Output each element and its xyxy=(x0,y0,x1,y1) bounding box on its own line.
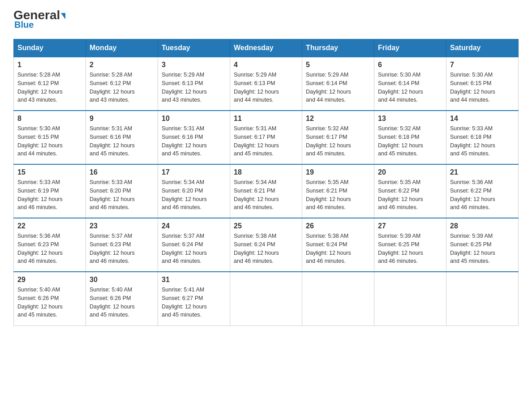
calendar-week-1: 1 Sunrise: 5:28 AMSunset: 6:12 PMDayligh… xyxy=(14,57,519,111)
calendar-week-3: 15 Sunrise: 5:33 AMSunset: 6:19 PMDaylig… xyxy=(14,164,519,218)
day-number: 6 xyxy=(378,61,442,69)
calendar-cell: 13 Sunrise: 5:32 AMSunset: 6:18 PMDaylig… xyxy=(374,111,446,164)
day-number: 22 xyxy=(17,222,82,230)
day-number: 27 xyxy=(378,222,442,230)
day-info: Sunrise: 5:35 AMSunset: 6:22 PMDaylight:… xyxy=(378,179,423,210)
day-number: 21 xyxy=(450,168,515,176)
calendar-cell: 3 Sunrise: 5:29 AMSunset: 6:13 PMDayligh… xyxy=(158,57,230,111)
day-info: Sunrise: 5:37 AMSunset: 6:24 PMDaylight:… xyxy=(162,233,207,264)
day-number: 24 xyxy=(162,222,226,230)
day-number: 10 xyxy=(162,115,226,123)
calendar-cell xyxy=(374,272,446,325)
day-info: Sunrise: 5:32 AMSunset: 6:17 PMDaylight:… xyxy=(306,125,351,157)
day-number: 19 xyxy=(306,168,370,176)
day-info: Sunrise: 5:33 AMSunset: 6:18 PMDaylight:… xyxy=(450,125,495,157)
calendar-cell: 1 Sunrise: 5:28 AMSunset: 6:12 PMDayligh… xyxy=(14,57,86,111)
page-header: General Blue xyxy=(13,9,519,30)
calendar-cell: 9 Sunrise: 5:31 AMSunset: 6:16 PMDayligh… xyxy=(86,111,158,164)
day-info: Sunrise: 5:33 AMSunset: 6:20 PMDaylight:… xyxy=(90,179,135,210)
day-number: 15 xyxy=(17,168,82,176)
day-info: Sunrise: 5:31 AMSunset: 6:16 PMDaylight:… xyxy=(162,125,207,157)
calendar-cell: 26 Sunrise: 5:38 AMSunset: 6:24 PMDaylig… xyxy=(302,218,374,272)
calendar-cell: 10 Sunrise: 5:31 AMSunset: 6:16 PMDaylig… xyxy=(158,111,230,164)
day-number: 3 xyxy=(162,61,226,69)
calendar-table: SundayMondayTuesdayWednesdayThursdayFrid… xyxy=(13,39,519,326)
day-header-saturday: Saturday xyxy=(446,39,519,57)
day-number: 5 xyxy=(306,61,370,69)
day-info: Sunrise: 5:40 AMSunset: 6:26 PMDaylight:… xyxy=(90,287,135,318)
day-info: Sunrise: 5:31 AMSunset: 6:16 PMDaylight:… xyxy=(90,125,135,157)
calendar-cell: 2 Sunrise: 5:28 AMSunset: 6:12 PMDayligh… xyxy=(86,57,158,111)
calendar-cell: 4 Sunrise: 5:29 AMSunset: 6:13 PMDayligh… xyxy=(230,57,302,111)
calendar-cell: 25 Sunrise: 5:38 AMSunset: 6:24 PMDaylig… xyxy=(230,218,302,272)
calendar-cell: 27 Sunrise: 5:39 AMSunset: 6:25 PMDaylig… xyxy=(374,218,446,272)
calendar-cell: 22 Sunrise: 5:36 AMSunset: 6:23 PMDaylig… xyxy=(14,218,86,272)
day-info: Sunrise: 5:37 AMSunset: 6:23 PMDaylight:… xyxy=(90,233,135,264)
day-number: 7 xyxy=(450,61,515,69)
day-header-thursday: Thursday xyxy=(302,39,374,57)
calendar-cell: 31 Sunrise: 5:41 AMSunset: 6:27 PMDaylig… xyxy=(158,272,230,325)
calendar-cell: 8 Sunrise: 5:30 AMSunset: 6:15 PMDayligh… xyxy=(14,111,86,164)
calendar-cell: 14 Sunrise: 5:33 AMSunset: 6:18 PMDaylig… xyxy=(446,111,519,164)
day-info: Sunrise: 5:32 AMSunset: 6:18 PMDaylight:… xyxy=(378,125,423,157)
day-info: Sunrise: 5:33 AMSunset: 6:19 PMDaylight:… xyxy=(17,179,63,210)
days-of-week-row: SundayMondayTuesdayWednesdayThursdayFrid… xyxy=(14,39,519,57)
day-header-wednesday: Wednesday xyxy=(230,39,302,57)
calendar-cell: 16 Sunrise: 5:33 AMSunset: 6:20 PMDaylig… xyxy=(86,164,158,218)
day-number: 29 xyxy=(17,276,82,284)
calendar-cell: 24 Sunrise: 5:37 AMSunset: 6:24 PMDaylig… xyxy=(158,218,230,272)
day-number: 12 xyxy=(306,115,370,123)
calendar-week-2: 8 Sunrise: 5:30 AMSunset: 6:15 PMDayligh… xyxy=(14,111,519,164)
calendar-cell: 5 Sunrise: 5:29 AMSunset: 6:14 PMDayligh… xyxy=(302,57,374,111)
day-number: 9 xyxy=(90,115,154,123)
day-info: Sunrise: 5:31 AMSunset: 6:17 PMDaylight:… xyxy=(234,125,279,157)
day-info: Sunrise: 5:39 AMSunset: 6:25 PMDaylight:… xyxy=(450,233,495,264)
calendar-cell xyxy=(446,272,519,325)
day-number: 20 xyxy=(378,168,442,176)
day-number: 11 xyxy=(234,115,298,123)
logo: General Blue xyxy=(13,9,65,30)
day-number: 18 xyxy=(234,168,298,176)
calendar-cell: 7 Sunrise: 5:30 AMSunset: 6:15 PMDayligh… xyxy=(446,57,519,111)
day-header-sunday: Sunday xyxy=(14,39,86,57)
calendar-week-4: 22 Sunrise: 5:36 AMSunset: 6:23 PMDaylig… xyxy=(14,218,519,272)
day-number: 28 xyxy=(450,222,515,230)
calendar-cell xyxy=(230,272,302,325)
day-number: 30 xyxy=(90,276,154,284)
calendar-cell: 23 Sunrise: 5:37 AMSunset: 6:23 PMDaylig… xyxy=(86,218,158,272)
day-info: Sunrise: 5:28 AMSunset: 6:12 PMDaylight:… xyxy=(90,72,135,103)
day-info: Sunrise: 5:34 AMSunset: 6:20 PMDaylight:… xyxy=(162,179,207,210)
day-info: Sunrise: 5:29 AMSunset: 6:13 PMDaylight:… xyxy=(234,72,279,103)
day-number: 31 xyxy=(162,276,226,284)
day-info: Sunrise: 5:38 AMSunset: 6:24 PMDaylight:… xyxy=(234,233,279,264)
day-number: 25 xyxy=(234,222,298,230)
day-number: 4 xyxy=(234,61,298,69)
calendar-cell: 21 Sunrise: 5:36 AMSunset: 6:22 PMDaylig… xyxy=(446,164,519,218)
day-info: Sunrise: 5:34 AMSunset: 6:21 PMDaylight:… xyxy=(234,179,279,210)
day-number: 23 xyxy=(90,222,154,230)
calendar-week-5: 29 Sunrise: 5:40 AMSunset: 6:26 PMDaylig… xyxy=(14,272,519,325)
day-number: 2 xyxy=(90,61,154,69)
day-info: Sunrise: 5:39 AMSunset: 6:25 PMDaylight:… xyxy=(378,233,423,264)
day-info: Sunrise: 5:30 AMSunset: 6:14 PMDaylight:… xyxy=(378,72,423,103)
day-header-tuesday: Tuesday xyxy=(158,39,230,57)
calendar-cell: 11 Sunrise: 5:31 AMSunset: 6:17 PMDaylig… xyxy=(230,111,302,164)
day-number: 14 xyxy=(450,115,515,123)
calendar-header: SundayMondayTuesdayWednesdayThursdayFrid… xyxy=(14,39,519,57)
day-info: Sunrise: 5:35 AMSunset: 6:21 PMDaylight:… xyxy=(306,179,351,210)
calendar-cell: 15 Sunrise: 5:33 AMSunset: 6:19 PMDaylig… xyxy=(14,164,86,218)
day-info: Sunrise: 5:41 AMSunset: 6:27 PMDaylight:… xyxy=(162,287,207,318)
calendar-cell: 19 Sunrise: 5:35 AMSunset: 6:21 PMDaylig… xyxy=(302,164,374,218)
calendar-cell: 6 Sunrise: 5:30 AMSunset: 6:14 PMDayligh… xyxy=(374,57,446,111)
day-info: Sunrise: 5:29 AMSunset: 6:13 PMDaylight:… xyxy=(162,72,207,103)
day-info: Sunrise: 5:29 AMSunset: 6:14 PMDaylight:… xyxy=(306,72,351,103)
calendar-cell xyxy=(302,272,374,325)
day-header-friday: Friday xyxy=(374,39,446,57)
day-number: 17 xyxy=(162,168,226,176)
day-number: 16 xyxy=(90,168,154,176)
day-info: Sunrise: 5:30 AMSunset: 6:15 PMDaylight:… xyxy=(17,125,63,157)
logo-blue-text: Blue xyxy=(13,20,34,30)
day-info: Sunrise: 5:36 AMSunset: 6:23 PMDaylight:… xyxy=(17,233,63,264)
calendar-cell: 30 Sunrise: 5:40 AMSunset: 6:26 PMDaylig… xyxy=(86,272,158,325)
day-number: 13 xyxy=(378,115,442,123)
